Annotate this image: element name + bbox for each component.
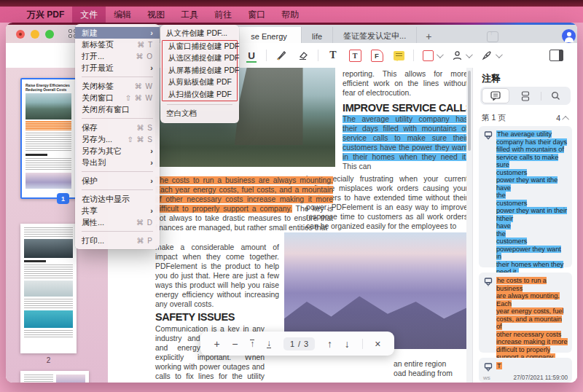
thumb-photo [26,173,71,189]
menu-item-print[interactable]: 打印...⌘ P [75,235,160,246]
close-pager-button[interactable]: × [375,338,380,350]
menubar-item-view[interactable]: 视图 [139,7,173,23]
text-box-icon: T [349,50,361,62]
submenu-item-blank-document[interactable]: 空白文档 [160,108,239,120]
stamp-button[interactable] [447,46,476,65]
page-number-badge: 1 [57,193,69,204]
signature-button[interactable] [476,46,505,65]
menu-item-label: 保护 [82,176,98,187]
account-avatar[interactable] [562,29,576,43]
list-view-button[interactable] [512,88,539,103]
menu-item-close-all-windows[interactable]: 关闭所有窗口 [75,103,160,115]
sticky-note-icon [394,51,404,60]
menu-item-protect[interactable]: 保护› [75,175,160,187]
menubar-item-help[interactable]: 帮助 [273,7,307,23]
thumb-highlight-block [26,121,71,130]
last-page-button[interactable]: ↓ [267,340,271,348]
menu-item-close-tab[interactable]: 关闭标签⌘ W [75,80,160,92]
menu-item-show-in-finder[interactable]: 在访达中显示 [75,193,160,205]
menubar-item-edit[interactable]: 编辑 [106,7,139,23]
menu-item-open[interactable]: 打开...⌘ O [75,50,160,62]
close-window-button[interactable] [16,30,25,39]
menubar-item-go[interactable]: 前往 [206,7,240,23]
annotation-card[interactable]: The average utility company has their da… [479,126,572,267]
chevron-down-icon [466,51,473,58]
underline-button[interactable]: U [240,46,262,65]
collapse-chevron-icon[interactable] [562,115,569,122]
annotation-red-box: 从窗口捕捉创建 PDF 从选区捕捉创建 PDF 从屏幕捕捉创建 PDF 从剪贴板… [162,40,238,102]
menu-item-label: 在访达中显示 [82,194,130,205]
submenu-item-from-screen-capture[interactable]: 从屏幕捕捉创建 PDF [163,65,237,77]
submenu-item-from-window-capture[interactable]: 从窗口捕捉创建 PDF [163,41,237,53]
sticky-note-button[interactable] [388,46,410,65]
menu-item-new[interactable]: 新建› [75,27,160,39]
apple-menu-icon[interactable] [0,7,19,23]
submenu-item-from-scanner[interactable]: 从扫描仪创建 PDF [163,89,237,101]
menubar-item-file[interactable]: 文件 [72,7,106,23]
chevron-down-icon [495,51,502,58]
highlighter-button[interactable] [270,46,292,65]
toolbar-divider [318,50,318,61]
menu-item-export-to[interactable]: 导出到› [75,157,160,168]
menubar-app-name[interactable]: 万兴 PDF [19,7,72,23]
comment-view-button[interactable] [482,88,509,103]
menu-item-label: 新标签页 [82,39,114,50]
annotations-page-group[interactable]: 第 1 页 4 [482,113,569,123]
previous-page-button[interactable]: ↑ [327,338,332,350]
menu-item-save-as-other[interactable]: 另存为其它› [75,145,160,157]
eraser-button[interactable] [292,46,314,65]
annotation-card[interactable]: he costs to run a business are always mo… [479,273,572,353]
share-icon[interactable] [487,31,498,42]
text-callout-button[interactable]: F [366,46,388,65]
zoom-window-button[interactable] [45,30,54,39]
thumb-title: Raise Energy Efficiencies Reducing Overa… [26,83,71,92]
menu-item-label: 打开... [82,51,104,62]
menu-item-label: 另存为其它 [82,146,122,157]
submenu-item-from-file[interactable]: 从文件创建 PDF... [160,28,239,40]
zoom-out-button[interactable]: − [232,338,238,350]
scrollbar-thumb[interactable] [468,71,471,151]
menu-item-save[interactable]: 保存⌘ S [75,122,160,133]
text-box-button[interactable]: T [344,46,366,65]
shortcut-label: ⌘ T [137,41,153,49]
annotation-highlight-text: T [496,362,502,369]
annotation-card[interactable]: T ws 27/07/2021 11:59:00 [479,358,572,383]
submenu-item-from-selection-capture[interactable]: 从选区捕捉创建 PDF [163,52,237,65]
menubar-item-window[interactable]: 窗口 [240,7,273,23]
next-page-button[interactable]: ↓ [345,338,350,350]
minimize-window-button[interactable] [31,30,39,39]
menu-separator [167,104,232,105]
page-thumbnail-1[interactable]: Raise Energy Efficiencies Reducing Overa… [20,78,77,199]
document-scrollbar[interactable] [466,68,472,383]
blue-highlight[interactable]: The average utility company has their da… [343,115,468,161]
add-text-button[interactable]: T [322,46,344,65]
page-group-label: 第 1 页 [482,113,506,123]
shapes-button[interactable] [418,46,447,65]
file-menu-dropdown: 新建› 新标签页⌘ T 打开...⌘ O 打开最近› 关闭标签⌘ W 关闭窗口⇧… [75,24,160,249]
doc-text: oad heading from [394,369,453,377]
current-page[interactable]: 1 [290,340,294,348]
menu-item-close-window[interactable]: 关闭窗口⇧ ⌘ W [75,92,160,103]
toggle-right-panel-button[interactable] [545,46,567,65]
toolbar-divider [413,50,414,61]
zoom-in-button[interactable]: + [214,338,219,350]
annotations-view-switcher [480,87,571,105]
menu-item-open-recent[interactable]: 打开最近› [75,62,160,74]
submenu-item-from-clipboard[interactable]: 从剪贴板创建 PDF [163,77,237,89]
menu-item-label: 新建 [82,28,98,39]
menu-item-new-tab[interactable]: 新标签页⌘ T [75,39,160,50]
menu-item-save-as[interactable]: 另存为...⇧ ⌘ S [75,133,160,145]
search-annotations-button[interactable] [543,88,569,103]
toolbar-divider [266,50,267,61]
first-page-button[interactable]: ↑ [250,340,254,348]
menu-item-label: 关闭窗口 [82,93,114,103]
menu-item-properties[interactable]: 属性...⌘ D [75,216,160,228]
submenu-arrow-icon: › [150,146,153,155]
shape-rectangle-icon [423,50,434,61]
menu-item-label: 打开最近 [82,63,114,74]
page-thumbnail-2[interactable] [20,224,77,353]
page-thumbnail-3[interactable] [20,371,89,383]
page-indicator[interactable]: 1 / 3 [283,337,315,350]
menu-item-share[interactable]: 共享› [75,205,160,216]
menubar-item-tools[interactable]: 工具 [173,7,206,23]
